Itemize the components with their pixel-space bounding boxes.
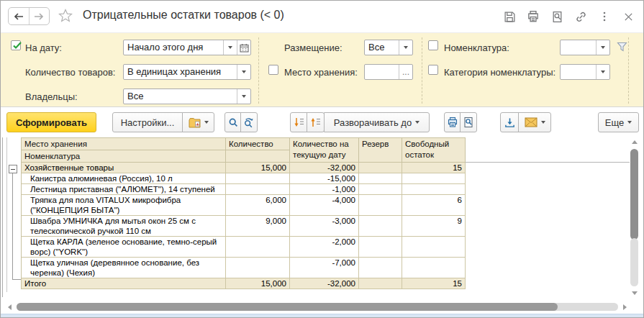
horizontal-scrollbar-thumb[interactable]: [17, 303, 558, 311]
horizontal-scrollbar[interactable]: [6, 302, 630, 312]
preview-icon[interactable]: [550, 10, 563, 23]
cancel-search-button[interactable]: [240, 112, 258, 132]
header-qty-top: Количество: [226, 138, 290, 150]
link-icon[interactable]: [574, 10, 587, 23]
expand-all-icon: [294, 117, 304, 127]
collapse-groups-button[interactable]: [307, 112, 325, 132]
expand-groups-button[interactable]: [290, 112, 308, 132]
storage-place-value: [365, 65, 399, 79]
header-extension-line: [466, 162, 630, 163]
chevron-down-icon: [415, 121, 419, 124]
page-title: Отрицательные остатки товаров (< 0): [83, 9, 284, 22]
horizontal-scrollbar-track[interactable]: [17, 303, 618, 311]
header-storage-place: Место хранения: [22, 138, 226, 150]
row-free: [402, 184, 466, 195]
nomenclature-dropdown-button[interactable]: [596, 40, 609, 55]
report-variant-icon: [189, 117, 201, 128]
report-variants-button[interactable]: [182, 112, 214, 132]
storage-place-checkbox[interactable]: [268, 65, 278, 75]
nomenclature-category-dropdown-button[interactable]: [596, 65, 609, 79]
scroll-up-icon[interactable]: [632, 140, 638, 144]
nomenclature-category-field[interactable]: [560, 64, 610, 80]
save-icon[interactable]: [503, 10, 516, 23]
nomenclature-value: [561, 40, 596, 55]
on-date-checkbox[interactable]: [11, 40, 21, 50]
table-body: Хозяйственные товары 15,000 -32,000 15 К…: [22, 163, 466, 278]
chevron-down-icon: [601, 71, 605, 73]
header-qty-bottom: [226, 150, 290, 163]
storage-place-browse-button[interactable]: ...: [399, 65, 412, 79]
vertical-scrollbar[interactable]: [630, 139, 639, 296]
owners-field[interactable]: Все: [123, 88, 251, 104]
close-icon[interactable]: [622, 10, 635, 23]
chevron-down-icon: [242, 95, 246, 98]
table-row[interactable]: Щетка уличная (деревянное основание, без…: [22, 258, 466, 278]
group-collapse-button[interactable]: [9, 165, 17, 173]
table-row[interactable]: Швабра УМНИЧКА для мытья окон 25 см с те…: [22, 216, 466, 237]
total-qty: 15,000: [226, 278, 290, 289]
envelope-icon: [525, 117, 538, 127]
row-qty-current: -3,000: [290, 216, 359, 237]
vertical-scrollbar-track[interactable]: [630, 238, 638, 286]
table-header: Место хранения Количество Количество на …: [22, 138, 466, 163]
back-button[interactable]: [9, 8, 29, 24]
generate-button[interactable]: Сформировать: [6, 112, 96, 132]
row-reserve: [359, 258, 402, 278]
filter-funnel-icon[interactable]: [617, 42, 627, 52]
on-date-dropdown-button[interactable]: [223, 40, 237, 55]
print-button[interactable]: [444, 112, 461, 132]
calendar-button[interactable]: [237, 40, 250, 55]
table-row[interactable]: Хозяйственные товары 15,000 -32,000 15: [22, 163, 466, 173]
search-icon: [228, 117, 239, 128]
placement-dropdown-button[interactable]: [399, 40, 412, 55]
nomenclature-field[interactable]: [560, 40, 610, 55]
nomenclature-category-checkbox[interactable]: [428, 65, 438, 75]
forward-button[interactable]: [29, 8, 50, 24]
nomenclature-checkbox[interactable]: [428, 40, 438, 50]
row-qty: 6,000: [226, 195, 290, 216]
scroll-right-icon[interactable]: [623, 304, 627, 310]
qty-goods-value: В единицах хранения: [124, 65, 237, 79]
send-email-button[interactable]: [518, 112, 551, 132]
more-menu-icon[interactable]: [598, 10, 611, 23]
on-date-field[interactable]: Начало этого дня: [123, 40, 251, 55]
placement-value: Все: [365, 40, 399, 55]
row-qty: [226, 258, 290, 278]
print-preview-button[interactable]: [460, 112, 477, 132]
favorite-star-icon[interactable]: [58, 8, 73, 24]
storage-place-field[interactable]: ...: [364, 64, 413, 80]
search-button[interactable]: [225, 112, 242, 132]
report-window: Отрицательные остатки товаров (< 0): [0, 0, 644, 318]
report-area-border: [2, 137, 3, 297]
filter-separator: [422, 37, 422, 104]
more-button[interactable]: Еще: [598, 112, 639, 132]
table-row[interactable]: Канистра алюминевая (Россия), 10 л -15,0…: [22, 173, 466, 184]
row-qty-current: -1,000: [290, 184, 359, 195]
settings-button[interactable]: Настройки...: [112, 112, 183, 132]
table-row[interactable]: Тряпка для пола VITALUX микрофибра ("КОН…: [22, 195, 466, 216]
table-row[interactable]: Лестница приставная ("АЛЮМЕТ"), 14 ступе…: [22, 184, 466, 195]
vertical-scrollbar-thumb[interactable]: [630, 149, 638, 240]
header-nomenclature: Номенклатура: [22, 150, 226, 163]
nav-button-group: [8, 7, 50, 25]
print-icon[interactable]: [527, 10, 540, 23]
row-reserve: [359, 173, 402, 184]
expand-to-button[interactable]: Разворачивать до: [324, 112, 430, 132]
table-row[interactable]: Щетка КАРЛА (зеленое основание, темно-се…: [22, 237, 466, 258]
owners-value: Все: [124, 89, 237, 104]
placement-field[interactable]: Все: [364, 40, 413, 55]
scroll-left-icon[interactable]: [8, 304, 12, 310]
chevron-down-icon: [541, 121, 545, 124]
preview-blue-icon: [463, 117, 474, 128]
owners-dropdown-button[interactable]: [237, 89, 250, 104]
row-name: Тряпка для пола VITALUX микрофибра ("КОН…: [22, 195, 226, 216]
row-free: 15: [402, 163, 466, 173]
table-total-row[interactable]: Итого 15,000 -32,000 15: [22, 278, 466, 289]
qty-goods-dropdown-button[interactable]: [237, 65, 250, 79]
row-name: Щетка КАРЛА (зеленое основание, темно-се…: [22, 237, 226, 258]
scroll-down-icon[interactable]: [632, 291, 638, 295]
on-date-label: На дату:: [25, 42, 62, 53]
qty-goods-field[interactable]: В единицах хранения: [123, 64, 251, 80]
save-result-button[interactable]: [500, 112, 520, 132]
nomenclature-category-value: [561, 65, 596, 79]
